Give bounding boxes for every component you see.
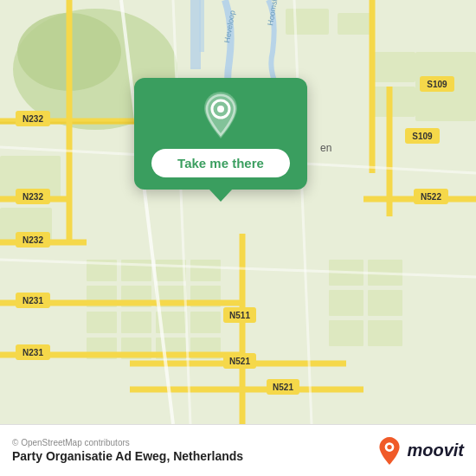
popup-card: Take me there	[134, 78, 307, 190]
svg-rect-28	[329, 320, 363, 346]
bottom-bar: © OpenStreetMap contributors Party Organ…	[0, 424, 476, 476]
map-svg: N232 N232 N232 N231 N231 N511 N521 N521 …	[0, 0, 476, 424]
location-icon-wrapper	[199, 93, 242, 137]
location-pin-icon	[201, 92, 241, 138]
svg-rect-4	[286, 9, 329, 35]
moovit-logo: moovit	[376, 437, 464, 465]
svg-text:N232: N232	[23, 114, 43, 124]
svg-rect-30	[372, 52, 415, 82]
svg-text:N232: N232	[23, 235, 43, 245]
map-container: N232 N232 N232 N231 N231 N511 N521 N521 …	[0, 0, 476, 424]
svg-text:N511: N511	[229, 311, 250, 320]
svg-rect-5	[338, 13, 372, 35]
svg-rect-11	[190, 260, 221, 281]
svg-rect-17	[121, 312, 151, 333]
moovit-text: moovit	[407, 441, 464, 460]
svg-rect-9	[121, 260, 151, 281]
svg-text:N521: N521	[229, 357, 250, 366]
svg-rect-29	[368, 320, 402, 346]
moovit-logo-icon	[376, 437, 403, 465]
svg-rect-26	[329, 290, 363, 316]
svg-rect-16	[87, 312, 117, 333]
svg-rect-1	[199, 0, 204, 52]
svg-text:Heveloop: Heveloop	[222, 10, 236, 43]
svg-point-61	[217, 106, 224, 113]
svg-text:N231: N231	[23, 348, 43, 357]
svg-text:N232: N232	[23, 192, 43, 202]
svg-rect-19	[190, 312, 221, 333]
bottom-left: © OpenStreetMap contributors Party Organ…	[12, 438, 243, 463]
location-name: Party Organisatie Ad Eweg, Netherlands	[12, 449, 243, 463]
svg-text:N231: N231	[23, 296, 43, 306]
svg-text:S109: S109	[427, 80, 447, 89]
svg-rect-10	[156, 260, 186, 281]
svg-text:N521: N521	[273, 383, 293, 392]
svg-text:en: en	[320, 142, 331, 154]
svg-text:S109: S109	[412, 132, 433, 141]
svg-rect-31	[372, 87, 415, 117]
take-me-there-button[interactable]: Take me there	[151, 149, 290, 177]
svg-rect-27	[368, 290, 402, 316]
svg-text:N522: N522	[421, 192, 441, 202]
svg-point-63	[388, 444, 392, 448]
copyright-text: © OpenStreetMap contributors	[12, 438, 243, 447]
